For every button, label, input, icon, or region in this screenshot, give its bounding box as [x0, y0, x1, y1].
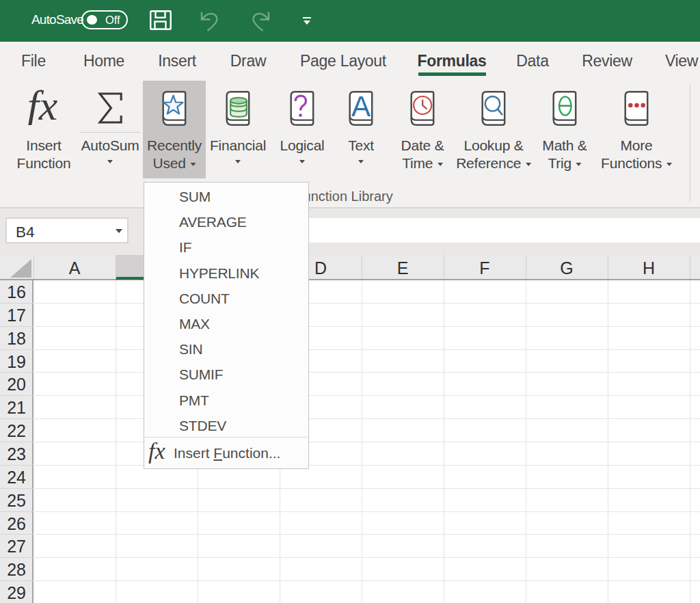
svg-text:A: A [351, 91, 371, 122]
